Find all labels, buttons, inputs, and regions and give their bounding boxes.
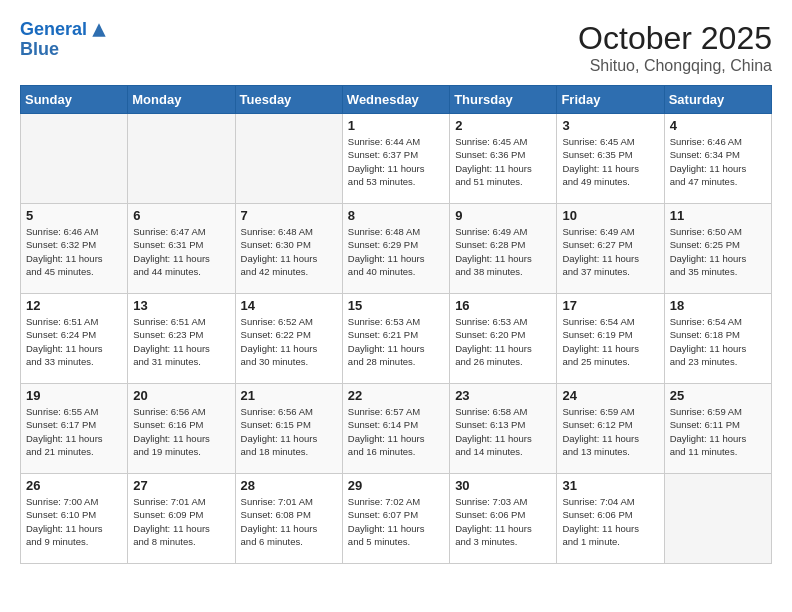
day-info: Sunrise: 6:45 AMSunset: 6:36 PMDaylight:… <box>455 135 551 188</box>
calendar-cell: 13Sunrise: 6:51 AMSunset: 6:23 PMDayligh… <box>128 294 235 384</box>
day-number: 29 <box>348 478 444 493</box>
day-number: 24 <box>562 388 658 403</box>
day-info: Sunrise: 6:59 AMSunset: 6:11 PMDaylight:… <box>670 405 766 458</box>
day-number: 19 <box>26 388 122 403</box>
calendar-cell: 24Sunrise: 6:59 AMSunset: 6:12 PMDayligh… <box>557 384 664 474</box>
day-info: Sunrise: 6:44 AMSunset: 6:37 PMDaylight:… <box>348 135 444 188</box>
day-number: 8 <box>348 208 444 223</box>
day-number: 6 <box>133 208 229 223</box>
calendar-cell: 19Sunrise: 6:55 AMSunset: 6:17 PMDayligh… <box>21 384 128 474</box>
day-number: 18 <box>670 298 766 313</box>
day-info: Sunrise: 6:54 AMSunset: 6:19 PMDaylight:… <box>562 315 658 368</box>
logo-text-blue: Blue <box>20 40 109 60</box>
day-info: Sunrise: 6:47 AMSunset: 6:31 PMDaylight:… <box>133 225 229 278</box>
page-header: General Blue October 2025 Shituo, Chongq… <box>20 20 772 75</box>
day-info: Sunrise: 6:54 AMSunset: 6:18 PMDaylight:… <box>670 315 766 368</box>
calendar-cell: 8Sunrise: 6:48 AMSunset: 6:29 PMDaylight… <box>342 204 449 294</box>
calendar-week-row: 26Sunrise: 7:00 AMSunset: 6:10 PMDayligh… <box>21 474 772 564</box>
svg-marker-0 <box>92 24 105 37</box>
calendar-cell: 26Sunrise: 7:00 AMSunset: 6:10 PMDayligh… <box>21 474 128 564</box>
logo-icon <box>89 20 109 40</box>
calendar-cell: 12Sunrise: 6:51 AMSunset: 6:24 PMDayligh… <box>21 294 128 384</box>
day-info: Sunrise: 6:53 AMSunset: 6:21 PMDaylight:… <box>348 315 444 368</box>
day-number: 23 <box>455 388 551 403</box>
calendar-cell: 28Sunrise: 7:01 AMSunset: 6:08 PMDayligh… <box>235 474 342 564</box>
calendar-cell: 22Sunrise: 6:57 AMSunset: 6:14 PMDayligh… <box>342 384 449 474</box>
day-info: Sunrise: 6:59 AMSunset: 6:12 PMDaylight:… <box>562 405 658 458</box>
calendar-cell: 9Sunrise: 6:49 AMSunset: 6:28 PMDaylight… <box>450 204 557 294</box>
day-number: 25 <box>670 388 766 403</box>
calendar-cell: 10Sunrise: 6:49 AMSunset: 6:27 PMDayligh… <box>557 204 664 294</box>
calendar-week-row: 5Sunrise: 6:46 AMSunset: 6:32 PMDaylight… <box>21 204 772 294</box>
calendar-cell: 5Sunrise: 6:46 AMSunset: 6:32 PMDaylight… <box>21 204 128 294</box>
day-number: 2 <box>455 118 551 133</box>
calendar-cell <box>21 114 128 204</box>
calendar-cell: 21Sunrise: 6:56 AMSunset: 6:15 PMDayligh… <box>235 384 342 474</box>
day-number: 28 <box>241 478 337 493</box>
day-number: 20 <box>133 388 229 403</box>
day-info: Sunrise: 7:03 AMSunset: 6:06 PMDaylight:… <box>455 495 551 548</box>
day-number: 10 <box>562 208 658 223</box>
calendar-header-monday: Monday <box>128 86 235 114</box>
title-block: October 2025 Shituo, Chongqing, China <box>578 20 772 75</box>
calendar-header-tuesday: Tuesday <box>235 86 342 114</box>
day-info: Sunrise: 6:49 AMSunset: 6:28 PMDaylight:… <box>455 225 551 278</box>
calendar-cell: 1Sunrise: 6:44 AMSunset: 6:37 PMDaylight… <box>342 114 449 204</box>
calendar-cell: 27Sunrise: 7:01 AMSunset: 6:09 PMDayligh… <box>128 474 235 564</box>
day-info: Sunrise: 7:01 AMSunset: 6:09 PMDaylight:… <box>133 495 229 548</box>
calendar-cell: 18Sunrise: 6:54 AMSunset: 6:18 PMDayligh… <box>664 294 771 384</box>
day-info: Sunrise: 6:46 AMSunset: 6:32 PMDaylight:… <box>26 225 122 278</box>
calendar-cell <box>128 114 235 204</box>
day-number: 15 <box>348 298 444 313</box>
calendar-header-sunday: Sunday <box>21 86 128 114</box>
day-number: 1 <box>348 118 444 133</box>
calendar-cell: 7Sunrise: 6:48 AMSunset: 6:30 PMDaylight… <box>235 204 342 294</box>
day-info: Sunrise: 7:01 AMSunset: 6:08 PMDaylight:… <box>241 495 337 548</box>
calendar-cell: 29Sunrise: 7:02 AMSunset: 6:07 PMDayligh… <box>342 474 449 564</box>
calendar-week-row: 12Sunrise: 6:51 AMSunset: 6:24 PMDayligh… <box>21 294 772 384</box>
day-number: 12 <box>26 298 122 313</box>
calendar-cell: 14Sunrise: 6:52 AMSunset: 6:22 PMDayligh… <box>235 294 342 384</box>
calendar-table: SundayMondayTuesdayWednesdayThursdayFrid… <box>20 85 772 564</box>
day-info: Sunrise: 6:58 AMSunset: 6:13 PMDaylight:… <box>455 405 551 458</box>
calendar-cell: 4Sunrise: 6:46 AMSunset: 6:34 PMDaylight… <box>664 114 771 204</box>
day-number: 14 <box>241 298 337 313</box>
day-number: 30 <box>455 478 551 493</box>
day-number: 4 <box>670 118 766 133</box>
calendar-cell: 20Sunrise: 6:56 AMSunset: 6:16 PMDayligh… <box>128 384 235 474</box>
calendar-cell: 30Sunrise: 7:03 AMSunset: 6:06 PMDayligh… <box>450 474 557 564</box>
calendar-week-row: 1Sunrise: 6:44 AMSunset: 6:37 PMDaylight… <box>21 114 772 204</box>
day-info: Sunrise: 6:52 AMSunset: 6:22 PMDaylight:… <box>241 315 337 368</box>
day-number: 13 <box>133 298 229 313</box>
day-info: Sunrise: 6:51 AMSunset: 6:23 PMDaylight:… <box>133 315 229 368</box>
logo-text: General <box>20 20 109 40</box>
day-info: Sunrise: 6:51 AMSunset: 6:24 PMDaylight:… <box>26 315 122 368</box>
calendar-cell <box>235 114 342 204</box>
calendar-cell: 2Sunrise: 6:45 AMSunset: 6:36 PMDaylight… <box>450 114 557 204</box>
calendar-header-friday: Friday <box>557 86 664 114</box>
page-title: October 2025 <box>578 20 772 57</box>
calendar-header-row: SundayMondayTuesdayWednesdayThursdayFrid… <box>21 86 772 114</box>
day-number: 7 <box>241 208 337 223</box>
day-info: Sunrise: 6:57 AMSunset: 6:14 PMDaylight:… <box>348 405 444 458</box>
day-info: Sunrise: 6:56 AMSunset: 6:15 PMDaylight:… <box>241 405 337 458</box>
day-number: 11 <box>670 208 766 223</box>
calendar-cell: 23Sunrise: 6:58 AMSunset: 6:13 PMDayligh… <box>450 384 557 474</box>
day-info: Sunrise: 6:45 AMSunset: 6:35 PMDaylight:… <box>562 135 658 188</box>
day-info: Sunrise: 6:53 AMSunset: 6:20 PMDaylight:… <box>455 315 551 368</box>
calendar-cell: 16Sunrise: 6:53 AMSunset: 6:20 PMDayligh… <box>450 294 557 384</box>
day-info: Sunrise: 6:48 AMSunset: 6:29 PMDaylight:… <box>348 225 444 278</box>
day-number: 27 <box>133 478 229 493</box>
day-number: 9 <box>455 208 551 223</box>
calendar-header-thursday: Thursday <box>450 86 557 114</box>
calendar-cell: 3Sunrise: 6:45 AMSunset: 6:35 PMDaylight… <box>557 114 664 204</box>
day-number: 26 <box>26 478 122 493</box>
day-info: Sunrise: 7:04 AMSunset: 6:06 PMDaylight:… <box>562 495 658 548</box>
page-subtitle: Shituo, Chongqing, China <box>578 57 772 75</box>
calendar-cell: 11Sunrise: 6:50 AMSunset: 6:25 PMDayligh… <box>664 204 771 294</box>
day-number: 31 <box>562 478 658 493</box>
calendar-header-wednesday: Wednesday <box>342 86 449 114</box>
calendar-header-saturday: Saturday <box>664 86 771 114</box>
day-info: Sunrise: 6:49 AMSunset: 6:27 PMDaylight:… <box>562 225 658 278</box>
calendar-cell: 17Sunrise: 6:54 AMSunset: 6:19 PMDayligh… <box>557 294 664 384</box>
